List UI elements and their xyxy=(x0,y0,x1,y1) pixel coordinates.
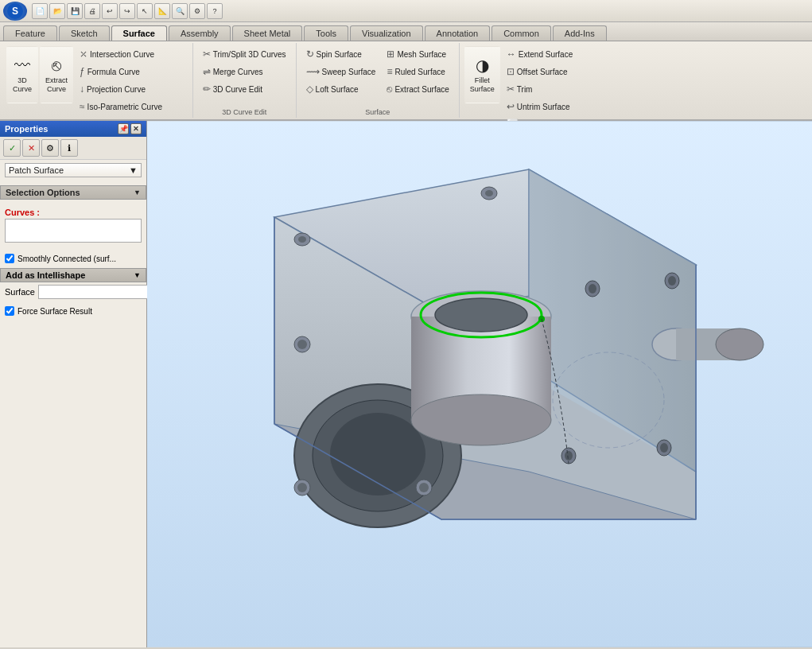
formula-icon: ƒ xyxy=(80,66,85,77)
smoothly-connected-row: Smoothly Connected (surf... xyxy=(5,252,142,265)
curveedit-icon: ✏ xyxy=(203,84,211,95)
3d-curve-edit-btn[interactable]: ✏ 3D Curve Edit xyxy=(198,81,291,97)
surface-small-buttons: ↻ Spin Surface ⟿ Sweep Surface ◇ Loft Su… xyxy=(301,46,381,97)
3dcurveedit-small-buttons: ✂ Trim/Split 3D Curves ⇌ Merge Curves ✏ … xyxy=(198,46,291,97)
extract-curve-btn[interactable]: ⎋ ExtractCurve xyxy=(40,46,73,103)
force-surface-label: Force Surface Result xyxy=(17,307,92,316)
3d-model-svg xyxy=(147,121,812,647)
curves-input-area[interactable] xyxy=(5,219,142,243)
offset-surface-btn[interactable]: ⊡ Offset Surface xyxy=(502,64,577,80)
offset-label: Offset Surface xyxy=(517,68,568,76)
tab-surface[interactable]: Surface xyxy=(111,25,167,41)
selection-options-label: Selection Options xyxy=(6,188,80,197)
tab-feature[interactable]: Feature xyxy=(3,25,57,41)
loft-icon: ◇ xyxy=(306,84,313,95)
confirm-btn[interactable]: ✓ xyxy=(3,139,21,157)
viewport[interactable] xyxy=(147,121,812,647)
add-intellishape-label: Add as Intellishape xyxy=(6,270,85,280)
extractcurve-icon: ⎋ xyxy=(52,56,61,75)
spin-icon: ↻ xyxy=(306,49,314,60)
help-btn[interactable]: ? xyxy=(207,3,223,19)
tab-sketch[interactable]: Sketch xyxy=(59,25,110,41)
surface-name-input[interactable] xyxy=(38,285,154,299)
trim-btn[interactable]: ✂ Trim xyxy=(502,81,577,97)
sweep-label: Sweep Surface xyxy=(322,68,376,76)
dropdown-arrow-icon: ▼ xyxy=(129,165,138,175)
screw-top-right-head xyxy=(485,190,493,196)
mesh-surface-btn[interactable]: ⊞ Mesh Surface xyxy=(382,46,453,62)
zoom-btn[interactable]: 🔍 xyxy=(172,3,188,19)
cyl-hole-top xyxy=(435,298,527,332)
undo-btn[interactable]: ↩ xyxy=(102,3,118,19)
tab-sheetmetal[interactable]: Sheet Metal xyxy=(232,25,303,41)
ribbon-group-3dcurveedit: ✂ Trim/Split 3D Curves ⇌ Merge Curves ✏ … xyxy=(193,43,297,118)
print-btn[interactable]: 🖨 xyxy=(84,3,100,19)
iso-parametric-btn[interactable]: ≈ Iso-Parametric Curve xyxy=(75,99,188,115)
cancel-btn[interactable]: ✕ xyxy=(22,139,40,157)
main-toolbar: 📄 📂 💾 🖨 ↩ ↪ ↖ 📐 🔍 ⚙ ? xyxy=(32,3,809,19)
iso-label: Iso-Parametric Curve xyxy=(87,103,162,111)
sweep-surface-btn[interactable]: ⟿ Sweep Surface xyxy=(301,64,381,80)
fillet-surface-btn[interactable]: ◑ FilletSurface xyxy=(464,46,500,103)
ruled-label: Ruled Surface xyxy=(394,68,445,76)
untrim-surface-btn[interactable]: ↩ Untrim Surface xyxy=(502,99,577,115)
loft-surface-btn[interactable]: ◇ Loft Surface xyxy=(301,81,381,97)
extract-surface-btn[interactable]: ⎋ Extract Surface xyxy=(382,81,453,97)
loft-label: Loft Surface xyxy=(316,85,359,94)
panel-pin-btn[interactable]: 📌 xyxy=(118,123,129,134)
save-btn[interactable]: 💾 xyxy=(67,3,83,19)
surface-group-label: Surface xyxy=(300,107,456,116)
surface-input-label: Surface xyxy=(5,287,35,297)
formula-curve-btn[interactable]: ƒ Formula Curve xyxy=(75,64,188,80)
extend-surface-btn[interactable]: ↔ Extend Surface xyxy=(502,46,577,62)
intersection-label: Intersection Curve xyxy=(90,50,154,59)
extend-icon: ↔ xyxy=(507,49,516,60)
screw-front-bottom-right-head xyxy=(419,483,429,492)
app-logo: S xyxy=(3,2,27,21)
settings-btn[interactable]: ⚙ xyxy=(189,3,205,19)
tab-visualization[interactable]: Visualization xyxy=(350,25,423,41)
selection-options-header[interactable]: Selection Options ▼ xyxy=(0,185,146,200)
screw-front-bottom-left-head xyxy=(297,483,307,492)
iso-icon: ≈ xyxy=(80,101,85,112)
force-surface-checkbox[interactable] xyxy=(5,306,14,316)
tab-assembly[interactable]: Assembly xyxy=(169,25,231,41)
curveedit-label: 3D Curve Edit xyxy=(213,85,262,94)
tab-common[interactable]: Common xyxy=(491,25,551,41)
trim-icon: ✂ xyxy=(203,49,211,60)
ruled-surface-btn[interactable]: ≡ Ruled Surface xyxy=(382,64,453,80)
projection-label: Projection Curve xyxy=(87,85,146,94)
3dcurveedit-buttons: ✂ Trim/Split 3D Curves ⇌ Merge Curves ✏ … xyxy=(196,45,293,107)
trim-label: Trim/Split 3D Curves xyxy=(213,50,286,59)
3d-curve-btn[interactable]: 〰 3DCurve xyxy=(6,46,38,103)
merge-curves-btn[interactable]: ⇌ Merge Curves xyxy=(198,64,291,80)
patch-surface-dropdown[interactable]: Patch Surface ▼ xyxy=(5,163,142,177)
select-btn[interactable]: ↖ xyxy=(137,3,153,19)
smoothly-connected-checkbox[interactable] xyxy=(5,254,14,263)
intersection-curve-btn[interactable]: ⤫ Intersection Curve xyxy=(75,46,188,62)
trim-split-btn[interactable]: ✂ Trim/Split 3D Curves xyxy=(198,46,291,62)
new-file-btn[interactable]: 📄 xyxy=(32,3,48,19)
add-intellishape-header[interactable]: Add as Intellishape ▼ xyxy=(0,268,146,282)
screw-front-top-left-head xyxy=(297,340,307,349)
projection-curve-btn[interactable]: ↓ Projection Curve xyxy=(75,81,188,97)
sweep-icon: ⟿ xyxy=(306,66,320,77)
screw-top-left-head xyxy=(298,236,306,243)
redo-btn[interactable]: ↪ xyxy=(119,3,135,19)
3dcurveedit-group-label: 3D Curve Edit xyxy=(196,107,293,116)
tab-tools[interactable]: Tools xyxy=(304,25,348,41)
open-btn[interactable]: 📂 xyxy=(49,3,65,19)
panel-action-bar: ✓ ✕ ⚙ ℹ xyxy=(0,137,146,160)
untrim-label: Untrim Surface xyxy=(517,103,570,111)
options-btn[interactable]: ⚙ xyxy=(41,139,59,157)
panel-close-btn[interactable]: ✕ xyxy=(130,123,142,134)
screw-right-bottom-left-head xyxy=(565,451,573,461)
tab-addins[interactable]: Add-Ins xyxy=(553,25,607,41)
projection-icon: ↓ xyxy=(80,84,84,95)
panel-titlebar: Properties 📌 ✕ xyxy=(0,121,146,137)
spin-surface-btn[interactable]: ↻ Spin Surface xyxy=(301,46,381,62)
measure-btn[interactable]: 📐 xyxy=(154,3,170,19)
tab-annotation[interactable]: Annotation xyxy=(425,25,491,41)
patch-surface-label: Patch Surface xyxy=(9,165,64,175)
info-btn[interactable]: ℹ xyxy=(60,139,78,157)
